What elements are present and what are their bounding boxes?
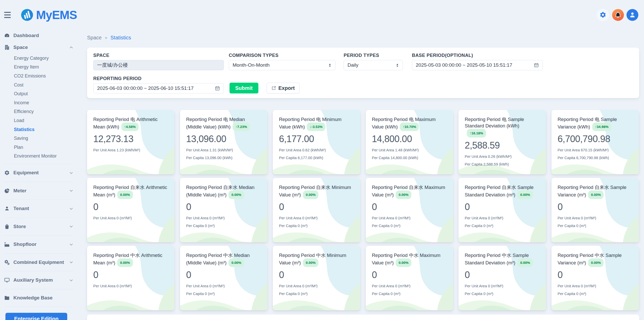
card-title: Reporting Period 自来水 Maximum Value (m³)0… <box>372 184 447 199</box>
main-content: Space » Statistics SPACE 一度城/办公楼 COMPARI… <box>87 30 639 320</box>
sidebar-item-auxiliary-system[interactable]: Auxiliary System <box>4 271 73 289</box>
change-badge: 0.00% <box>303 258 318 267</box>
filter-panel: SPACE 一度城/办公楼 COMPARISON TYPES Month-On-… <box>87 48 639 98</box>
card-value: 0 <box>186 202 261 212</box>
card-metric-line: Per Capita 0 (m³) <box>186 224 261 228</box>
sidebar-subitem[interactable]: Load <box>14 116 73 125</box>
sidebar-subitem[interactable]: Efficiency <box>14 107 73 116</box>
notifications-button[interactable] <box>612 9 624 21</box>
stat-card: Reporting Period 电 Maximum Value (kWh)↑1… <box>366 110 453 174</box>
card-lines: Per Unit Area 670.15 (kWh/M²)Per Capita … <box>558 148 633 160</box>
card-value: 12,273.13 <box>93 134 168 144</box>
card-title: Reporting Period 中水 Median (Middle Value… <box>186 252 261 267</box>
sidebar-subitem[interactable]: Environment Monitor <box>14 152 73 161</box>
myems-logo-icon <box>21 9 33 21</box>
sidebar-subitem[interactable]: Plan <box>14 143 73 152</box>
user-avatar-button[interactable] <box>626 9 638 21</box>
card-metric-line: Per Capita 0 (m³) <box>279 292 354 296</box>
settings-gear-icon <box>599 11 606 18</box>
sidebar-item-shopfloor[interactable]: Shopfloor <box>4 235 73 253</box>
card-value: 0 <box>558 270 633 280</box>
card-title: Reporting Period 自来水 Median (Middle Valu… <box>186 184 261 199</box>
stat-card: Reporting Period 中水 Maximum Value (m³)0.… <box>366 246 453 310</box>
card-title: Reporting Period 中水 Sample Standard Devi… <box>465 252 540 267</box>
sidebar-item-meter[interactable]: Meter <box>4 182 73 200</box>
card-title: Reporting Period 电 Minimum Value (kWh)↓-… <box>279 116 354 131</box>
stat-card: Reporting Period 中水 Sample Variance (m³)… <box>552 246 639 310</box>
card-value: 13,096.00 <box>186 134 261 144</box>
card-metric-line: Per Capita 0 (m³) <box>372 224 447 228</box>
card-body: Reporting Period 自来水 Median (Middle Valu… <box>180 178 267 228</box>
settings-button[interactable] <box>596 8 609 22</box>
export-button[interactable]: Export <box>267 83 300 93</box>
sidebar-item-combined-equipment[interactable]: Combined Equipment <box>4 253 73 271</box>
enterprise-edition-button[interactable]: Enterprise Edition <box>5 313 67 320</box>
base-period-input[interactable]: 2025-05-03 00:00:00 ~ 2025-05-10 15:51:1… <box>412 60 543 70</box>
sidebar-item-dashboard[interactable]: Dashboard <box>4 30 73 41</box>
card-metric-line: Per Unit Area 0 (m³/M²) <box>93 216 168 220</box>
sidebar-subitem[interactable]: Statistics <box>14 125 73 134</box>
sidebar-item-space[interactable]: Space <box>4 41 73 53</box>
card-lines: Per Unit Area 0.26 (kWh/M²)Per Capita 2,… <box>465 154 540 166</box>
card-metric-line: Per Unit Area 670.15 (kWh/M²) <box>558 148 633 152</box>
card-metric-line: Per Capita 0 (m³) <box>558 292 633 296</box>
card-title: Reporting Period 电 Sample Standard Devia… <box>465 116 540 137</box>
card-body: Reporting Period 自来水 Minimum Value (m³)0… <box>273 178 360 228</box>
card-metric-line: Per Unit Area 0 (m³/M²) <box>372 284 447 288</box>
card-body: Reporting Period 电 Sample Standard Devia… <box>459 110 546 166</box>
card-metric-line: Per Capita 0 (m³) <box>465 224 540 228</box>
sidebar-item-tenant[interactable]: Tenant <box>4 200 73 218</box>
change-badge: ↑34.98% <box>592 123 612 131</box>
stat-card: Reporting Period 中水 Sample Standard Devi… <box>459 246 546 310</box>
card-value: 0 <box>465 202 540 212</box>
card-title: Reporting Period 电 Median (Middle Value)… <box>186 116 261 131</box>
card-lines: Per Unit Area 0 (m³/M²)Per Capita 0 (m³) <box>186 216 261 228</box>
space-label: SPACE <box>93 53 224 58</box>
menu-toggle-icon[interactable] <box>4 10 14 20</box>
change-badge: 0.00% <box>396 191 411 199</box>
card-body: Reporting Period 电 Arithmetic Mean (kWh)… <box>87 110 174 152</box>
change-badge: 0.00% <box>588 258 604 267</box>
sidebar-subitem[interactable]: Output <box>14 89 73 98</box>
sidebar-subitem[interactable]: Income <box>14 98 73 107</box>
card-body: Reporting Period 电 Minimum Value (kWh)↓-… <box>273 110 360 160</box>
submit-button[interactable]: Submit <box>230 83 258 93</box>
card-lines: Per Unit Area 0 (m³/M²)Per Capita 0 (m³) <box>372 216 447 228</box>
period-types-label: PERIOD TYPES <box>344 53 403 58</box>
card-lines: Per Unit Area 0 (m³/M²)Per Capita 0 (m³) <box>558 284 633 296</box>
stat-card: Reporting Period 电 Median (Middle Value)… <box>180 110 267 174</box>
card-metric-line: Per Capita 0 (m³) <box>465 292 540 296</box>
breadcrumb-space-link[interactable]: Space <box>87 35 102 41</box>
card-metric-line: Per Unit Area 0.26 (kWh/M²) <box>465 154 540 159</box>
card-title: Reporting Period 自来水 Sample Standard Dev… <box>465 184 540 199</box>
card-title: Reporting Period 自来水 Sample Variance (m³… <box>558 184 633 199</box>
card-body: Reporting Period 自来水 Maximum Value (m³)0… <box>366 178 453 228</box>
card-value: 0 <box>372 270 447 280</box>
myems-logo[interactable]: MyEMS <box>21 8 77 22</box>
comparison-types-select[interactable]: Month-On-Month <box>229 60 335 70</box>
sidebar-subitem[interactable]: Cost <box>14 81 73 90</box>
sidebar-item-equipment[interactable]: Equipment <box>4 164 73 182</box>
export-icon <box>272 86 276 90</box>
change-badge: 0.00% <box>228 258 244 267</box>
breadcrumb-separator: » <box>105 35 107 40</box>
reporting-period-input[interactable]: 2025-06-03 00:00:00 ~ 2025-06-10 15:51:1… <box>93 83 224 93</box>
card-value: 0 <box>372 202 447 212</box>
select-updown-icon <box>328 63 332 67</box>
card-value: 0 <box>279 270 354 280</box>
sidebar-subitem[interactable]: CO2 Emissions <box>14 72 73 81</box>
space-input[interactable]: 一度城/办公楼 <box>93 60 224 70</box>
chevron-down-icon <box>69 278 73 282</box>
card-title: Reporting Period 自来水 Arithmetic Mean (m³… <box>93 184 168 199</box>
sidebar-subitem[interactable]: Energy Item <box>14 63 73 72</box>
sidebar-subitem[interactable]: Saving <box>14 134 73 143</box>
sidebar-item-store[interactable]: Store <box>4 218 73 236</box>
card-body: Reporting Period 中水 Sample Standard Devi… <box>459 246 546 296</box>
period-types-select[interactable]: Daily <box>344 60 403 70</box>
card-body: Reporting Period 中水 Sample Variance (m³)… <box>552 246 639 296</box>
sidebar-item-knowledge-base[interactable]: Knowledge Base <box>4 289 73 307</box>
card-metric-line: Per Capita 14,800.00 (kWh) <box>372 156 447 160</box>
change-badge: ↑16.18% <box>467 129 486 137</box>
sidebar-subitem[interactable]: Energy Category <box>14 54 73 63</box>
chevron-down-icon <box>69 189 73 193</box>
